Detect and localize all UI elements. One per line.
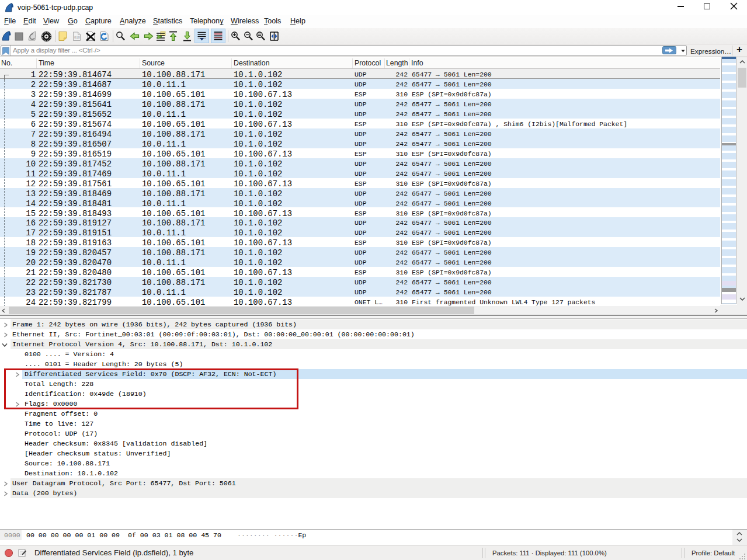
svg-text:010: 010 xyxy=(74,36,80,40)
